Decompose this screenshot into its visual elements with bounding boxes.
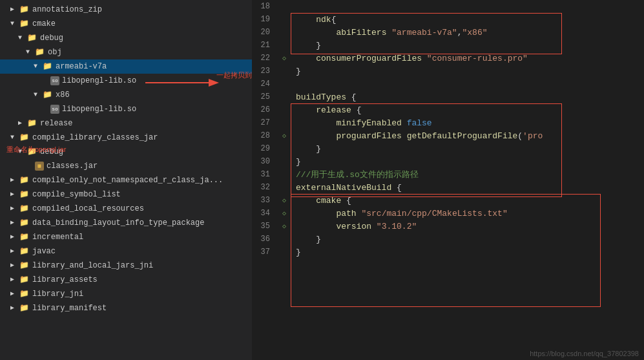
tree-label: obj bbox=[48, 48, 62, 57]
code-line-36: 36 } bbox=[252, 233, 644, 246]
code-line-37: 37 } bbox=[252, 246, 644, 259]
folder-icon: 📁 bbox=[27, 33, 37, 43]
tree-item-annotations-zip[interactable]: ▶ 📁 annotations_zip bbox=[0, 3, 252, 17]
tree-item-x86[interactable]: ▼ 📁 x86 bbox=[0, 88, 252, 102]
tree-item-obj[interactable]: ▼ 📁 obj bbox=[0, 45, 252, 59]
chevron-down-icon: ▼ bbox=[26, 48, 34, 56]
chevron-right-icon: ▶ bbox=[10, 290, 18, 298]
line-number: 36 bbox=[252, 233, 278, 246]
tree-label: data_binding_layout_info_type_package bbox=[32, 218, 204, 228]
tree-item-incremental[interactable]: ▶ 📁 incremental bbox=[0, 230, 252, 244]
tree-item-library-jni[interactable]: ▶ 📁 library_jni bbox=[0, 287, 252, 301]
tree-label: javac bbox=[32, 247, 56, 256]
folder-icon: 📁 bbox=[19, 303, 30, 313]
line-number: 23 bbox=[252, 65, 278, 78]
code-line-21: 21 } bbox=[252, 39, 644, 52]
tree-label: incremental bbox=[32, 233, 83, 242]
tree-label: x86 bbox=[56, 90, 70, 100]
tree-item-libopengl-so-2[interactable]: ▶ so libopengl-lib.so bbox=[0, 102, 252, 116]
file-tree[interactable]: ▶ 📁 annotations_zip ▼ 📁 cmake ▼ 📁 debug … bbox=[0, 0, 252, 360]
folder-icon: 📁 bbox=[19, 232, 30, 242]
tree-item-compile-library-classes-jar[interactable]: ▼ 📁 compile_library_classes_jar bbox=[0, 131, 252, 145]
folder-icon: 📁 bbox=[35, 47, 45, 58]
code-line-18: 18 bbox=[252, 0, 644, 13]
tree-item-libopengl-so-1[interactable]: ▶ so libopengl-lib.so bbox=[0, 74, 252, 88]
code-line-27: 27 minifyEnabled false bbox=[252, 116, 644, 129]
line-number: 20 bbox=[252, 26, 278, 39]
line-gutter: ◇ bbox=[278, 207, 291, 220]
code-line-33: 33 ◇ cmake { bbox=[252, 194, 644, 207]
watermark: https://blog.csdn.net/qq_37802398 bbox=[530, 350, 639, 357]
tree-label: compile_library_classes_jar bbox=[32, 133, 158, 142]
tree-item-compile-symbol-list[interactable]: ▶ 📁 compile_symbol_list bbox=[0, 187, 252, 202]
chevron-right-icon: ▶ bbox=[18, 120, 26, 127]
chevron-down-icon: ▼ bbox=[34, 63, 41, 70]
tree-item-javac[interactable]: ▶ 📁 javac bbox=[0, 244, 252, 259]
code-line-32: 32 externalNativeBuild { bbox=[252, 181, 644, 194]
tree-item-library-manifest[interactable]: ▶ 📁 library_manifest bbox=[0, 301, 252, 315]
file-so-icon: so bbox=[50, 105, 59, 114]
tree-item-armeabi-v7a[interactable]: ▼ 📁 armeabi-v7a bbox=[0, 59, 252, 74]
tree-label: compile_only_not_namespaced_r_class_ja..… bbox=[32, 176, 223, 185]
line-gutter bbox=[278, 39, 291, 52]
line-content: path "src/main/cpp/CMakeLists.txt" bbox=[291, 207, 644, 220]
folder-icon: 📁 bbox=[19, 246, 30, 257]
line-number: 27 bbox=[252, 116, 278, 129]
tree-item-data-binding-layout[interactable]: ▶ 📁 data_binding_layout_info_type_packag… bbox=[0, 216, 252, 230]
tree-item-classes-jar[interactable]: ▶ ▦ classes.jar bbox=[0, 159, 252, 173]
tree-label: compile_symbol_list bbox=[32, 190, 121, 199]
code-lines: 18 19 ndk{ 20 abiFilters "armeabi-v7a","… bbox=[252, 0, 644, 259]
tree-item-compiled-local-resources[interactable]: ▶ 📁 compiled_local_resources bbox=[0, 202, 252, 216]
code-line-35: 35 ◇ version "3.10.2" bbox=[252, 220, 644, 233]
tree-item-compile-only-not-namespaced[interactable]: ▶ 📁 compile_only_not_namespaced_r_class_… bbox=[0, 173, 252, 187]
folder-icon: 📁 bbox=[19, 19, 30, 29]
tree-item-library-assets[interactable]: ▶ 📁 library_assets bbox=[0, 273, 252, 287]
folder-icon: 📁 bbox=[43, 90, 53, 100]
tree-item-library-and-local-jars-jni[interactable]: ▶ 📁 library_and_local_jars_jni bbox=[0, 259, 252, 273]
chevron-down-icon: ▼ bbox=[18, 34, 26, 42]
chevron-right-icon: ▶ bbox=[10, 176, 18, 184]
line-content: } bbox=[291, 155, 644, 168]
tree-item-cmake[interactable]: ▼ 📁 cmake bbox=[0, 17, 252, 31]
line-content: ///用于生成.so文件的指示路径 bbox=[291, 168, 644, 181]
tree-item-debug[interactable]: ▼ 📁 debug bbox=[0, 31, 252, 45]
line-number: 22 bbox=[252, 52, 278, 65]
tree-label: release bbox=[40, 119, 72, 128]
line-content: release { bbox=[291, 103, 644, 116]
code-line-28: 28 ◇ proguardFiles getDefaultProguardFil… bbox=[252, 129, 644, 142]
tree-label: libopengl-lib.so bbox=[62, 76, 136, 85]
line-content: } bbox=[291, 246, 644, 259]
line-content: } bbox=[291, 142, 644, 155]
line-number: 35 bbox=[252, 220, 278, 233]
line-content: version "3.10.2" bbox=[291, 220, 644, 233]
folder-icon: 📁 bbox=[19, 175, 30, 185]
chevron-down-icon: ▼ bbox=[10, 134, 18, 142]
line-content: externalNativeBuild { bbox=[291, 181, 644, 194]
code-line-19: 19 ndk{ bbox=[252, 13, 644, 26]
line-gutter bbox=[278, 90, 291, 103]
chevron-down-icon: ▼ bbox=[10, 20, 18, 28]
tree-item-release[interactable]: ▶ 📁 release bbox=[0, 116, 252, 131]
code-editor[interactable]: 18 19 ndk{ 20 abiFilters "armeabi-v7a","… bbox=[252, 0, 644, 360]
line-number: 30 bbox=[252, 155, 278, 168]
line-gutter bbox=[278, 155, 291, 168]
tree-label: debug bbox=[40, 34, 63, 43]
line-content bbox=[291, 78, 644, 90]
chevron-right-icon: ▶ bbox=[10, 248, 18, 255]
tree-item-debug2[interactable]: ▼ 📁 debug 重命名为opengl.jar bbox=[0, 145, 252, 159]
file-so-icon: so bbox=[50, 76, 59, 85]
code-line-26: 26 release { bbox=[252, 103, 644, 116]
tree-label: library_manifest bbox=[32, 304, 107, 313]
folder-icon: 📁 bbox=[19, 218, 30, 228]
code-line-24: 24 bbox=[252, 78, 644, 90]
folder-icon: 📁 bbox=[19, 132, 30, 143]
tree-label: classes.jar bbox=[47, 162, 98, 171]
folder-icon: 📁 bbox=[27, 118, 37, 129]
line-content bbox=[291, 0, 644, 13]
code-line-23: 23 } bbox=[252, 65, 644, 78]
chevron-right-icon: ▶ bbox=[10, 205, 18, 213]
folder-icon: 📁 bbox=[43, 61, 53, 72]
line-gutter bbox=[278, 142, 291, 155]
line-gutter bbox=[278, 65, 291, 78]
tree-label: compiled_local_resources bbox=[32, 204, 144, 213]
